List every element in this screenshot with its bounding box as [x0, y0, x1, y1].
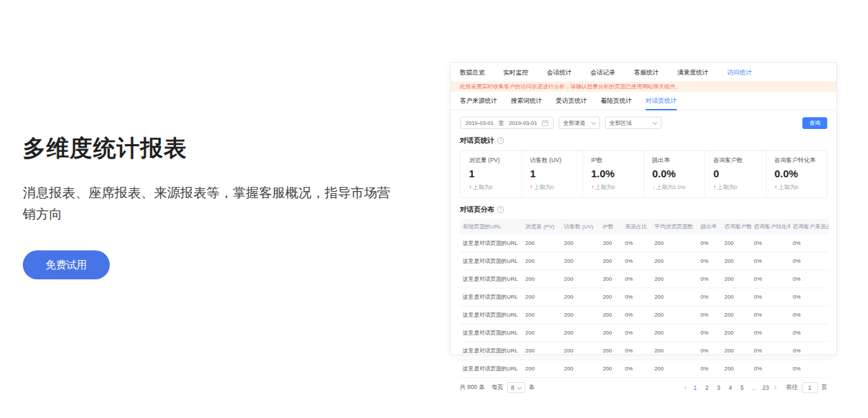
table-cell: 200 [722, 252, 751, 270]
filter-bar: 2019-03-01 至 2019-03-01 全部渠道 全部区域 查询 [460, 117, 827, 129]
table-cell: 200 [561, 270, 600, 288]
table-cell: 0% [790, 288, 829, 306]
per-page-select[interactable]: 8 [507, 382, 525, 393]
help-icon[interactable]: ? [497, 206, 504, 213]
table-cell: 200 [722, 360, 751, 378]
sub-tab-2[interactable]: 受访页统计 [556, 92, 587, 110]
free-trial-button[interactable]: 免费试用 [23, 250, 110, 279]
table-cell: 0% [751, 342, 790, 360]
table-header-cell: 咨询客户数 [722, 219, 751, 235]
arrow-up-icon: ↑ [713, 184, 716, 190]
table-cell: 0% [751, 306, 790, 324]
per-page-value: 8 [511, 384, 514, 391]
distribution-section-title: 对话页分布 ? [460, 205, 827, 215]
top-tab-3[interactable]: 会话记录 [590, 68, 615, 77]
query-button[interactable]: 查询 [802, 117, 827, 129]
table-cell: 200 [600, 270, 622, 288]
top-tab-6[interactable]: 访问统计 [727, 68, 752, 77]
table-cell: 200 [722, 342, 751, 360]
sub-tab-3[interactable]: 着陆页统计 [601, 92, 632, 110]
table-cell: 200 [600, 235, 622, 252]
table-cell: 200 [523, 288, 561, 306]
jump-page-input[interactable] [802, 382, 818, 393]
top-tab-1[interactable]: 实时监控 [503, 68, 528, 77]
date-range-picker[interactable]: 2019-03-01 至 2019-03-01 [460, 117, 554, 129]
page-number[interactable]: 3 [714, 384, 723, 391]
region-select[interactable]: 全部区域 [605, 117, 662, 129]
table-cell: 这里是对话页面的URL [460, 270, 523, 288]
table-cell: 0% [751, 360, 790, 378]
page-number[interactable]: 1 [691, 384, 700, 391]
table-cell: 200 [652, 360, 698, 378]
table-cell: 200 [652, 235, 698, 252]
table-cell: 这里是对话页面的URL [460, 360, 523, 378]
top-tab-4[interactable]: 客服统计 [634, 68, 659, 77]
table-cell: 200 [561, 306, 600, 324]
table-cell: 0% [622, 288, 652, 306]
sub-tab-0[interactable]: 客户来源统计 [460, 92, 497, 110]
table-cell: 200 [561, 288, 600, 306]
prev-page-icon[interactable]: ‹ [683, 384, 688, 391]
metric-compare-text: 上期为1.0% [657, 183, 686, 191]
table-cell: 这里是对话页面的URL [460, 235, 523, 252]
table-cell: 200 [722, 306, 751, 324]
table-cell: 这里是对话页面的URL [460, 342, 523, 360]
table-cell: 0% [790, 360, 829, 378]
table-cell: 200 [600, 288, 622, 306]
sub-tab-1[interactable]: 搜索词统计 [511, 92, 542, 110]
table-cell: 200 [652, 288, 698, 306]
table-cell: 200 [600, 360, 622, 378]
page-number[interactable]: 23 [761, 384, 770, 391]
help-icon[interactable]: ? [497, 137, 504, 144]
table-cell: 200 [722, 235, 751, 252]
metric-compare: ↑上期为0 [530, 183, 575, 191]
table-cell: 0% [790, 270, 829, 288]
next-page-icon[interactable]: › [773, 384, 778, 391]
table-cell: 0% [790, 252, 829, 270]
table-cell: 200 [652, 270, 698, 288]
page-number[interactable]: 5 [737, 384, 746, 391]
table-header-cell: 咨询客户转化率 [751, 219, 790, 235]
metric-compare-text: 上期为0 [534, 183, 554, 191]
table-cell: 200 [523, 235, 561, 252]
table-header-cell: 咨询客户来源占比 [790, 219, 829, 235]
sub-tab-4[interactable]: 对话页统计 [646, 92, 677, 110]
page-number[interactable]: 4 [726, 384, 735, 391]
chevron-down-icon [591, 119, 596, 124]
metric-label: 访客数 (UV) [530, 157, 575, 165]
table-cell: 0% [697, 342, 722, 360]
table-cell: 0% [790, 342, 829, 360]
table-cell: 200 [523, 306, 561, 324]
distribution-title-text: 对话页分布 [460, 205, 494, 215]
table-cell: 0% [622, 360, 652, 378]
top-tab-2[interactable]: 会话统计 [547, 68, 572, 77]
top-tab-5[interactable]: 满意度统计 [677, 68, 708, 77]
table-row: 这里是对话页面的URL2002002000%2000%2000%0% [460, 252, 829, 270]
metric-label: 咨询客户数 [713, 157, 758, 165]
table-cell: 200 [652, 324, 698, 342]
table-cell: 0% [622, 270, 652, 288]
calendar-icon [542, 120, 548, 126]
arrow-down-icon: ↓ [653, 184, 655, 190]
channel-select[interactable]: 全部渠道 [559, 117, 600, 129]
table-cell: 这里是对话页面的URL [460, 288, 523, 306]
metric-value: 1 [530, 168, 575, 179]
metric-label: 浏览量 (PV) [469, 157, 513, 165]
hero-description: 消息报表、座席报表、来源报表等，掌握客服概况，指导市场营销方向 [23, 183, 399, 226]
table-header-cell: 访客数 (UV) [561, 219, 600, 235]
channel-select-value: 全部渠道 [563, 119, 586, 127]
notice-bar: 此报表需实时收集客户的访问轨迹进行分析，请确认想要分析的页面已使用网站聊天组件。 [451, 81, 836, 92]
top-tab-0[interactable]: 数据总览 [460, 68, 485, 77]
table-cell: 200 [561, 324, 600, 342]
metric-compare-text: 上期为0 [473, 183, 492, 191]
table-header-cell: 来源占比 [622, 219, 652, 235]
region-select-value: 全部区域 [610, 119, 632, 127]
jump-suffix: 页 [822, 384, 828, 392]
table-row: 这里是对话页面的URL2002002000%2000%2000%0% [460, 270, 829, 288]
top-tabs: 数据总览实时监控会话统计会话记录客服统计满意度统计访问统计 [451, 63, 836, 81]
table-header-row: 着陆页面的URL浏览量 (PV)访客数 (UV)IP数来源占比平均浏览页面数跳出… [460, 219, 829, 235]
page-number[interactable]: 2 [702, 384, 711, 391]
arrow-up-icon: ↑ [530, 184, 533, 190]
table-cell: 0% [790, 306, 829, 324]
metric-label: 咨询客户转化率 [775, 157, 819, 165]
